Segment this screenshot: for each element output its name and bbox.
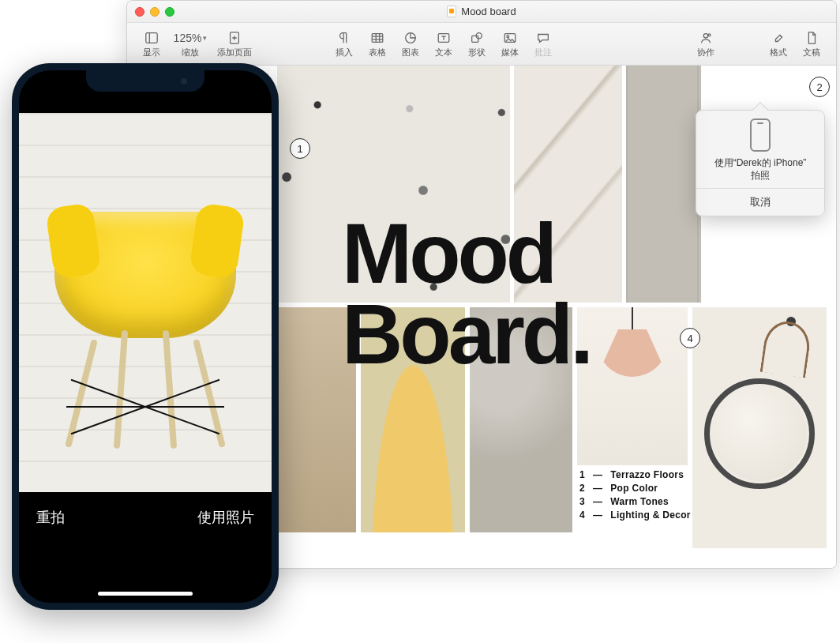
toolbar-text[interactable]: 文本 (427, 30, 460, 58)
camera-preview (19, 113, 272, 492)
image-lamp[interactable] (577, 307, 688, 465)
popover-body: 使用“Derek的 iPhone” 拍照 (696, 111, 824, 188)
toolbar-document[interactable]: 文稿 (795, 30, 828, 58)
callout-4: 4 (680, 328, 700, 348)
chevron-down-icon: ▾ (203, 34, 207, 42)
iphone-device: 重拍 使用照片 (12, 63, 279, 610)
popover-text-line1: 使用“Derek的 iPhone” (704, 156, 816, 169)
legend-label: Lighting & Decor (610, 510, 690, 521)
table-icon (369, 30, 386, 46)
iphone-screen: 重拍 使用照片 (19, 70, 272, 603)
callout-1: 1 (290, 138, 310, 159)
toolbar-media-label: 媒体 (501, 47, 519, 58)
window-controls (135, 7, 174, 17)
legend-label: Terrazzo Floors (610, 469, 684, 480)
legend-row: 3— Warm Tones (577, 496, 711, 507)
image-mirror[interactable] (692, 307, 827, 548)
document-title: Mood board (447, 6, 516, 17)
legend-row: 2— Pop Color (577, 483, 711, 494)
svg-rect-0 (146, 32, 157, 43)
toolbar-add-page-label: 添加页面 (217, 47, 252, 58)
toolbar-table[interactable]: 表格 (361, 30, 394, 58)
plus-page-icon (226, 30, 243, 46)
toolbar-format-label: 格式 (770, 47, 787, 58)
toolbar-zoom[interactable]: 125% ▾ 缩放 (168, 30, 212, 58)
comment-icon (534, 30, 552, 46)
toolbar-comment-label: 批注 (534, 47, 552, 58)
yellow-chair (47, 212, 244, 449)
toolbar-table-label: 表格 (369, 47, 386, 58)
toolbar-text-label: 文本 (435, 47, 452, 58)
toolbar-media[interactable]: 媒体 (493, 30, 527, 58)
svg-rect-12 (472, 36, 478, 42)
popover-cancel-button[interactable]: 取消 (696, 188, 824, 216)
svg-point-15 (507, 35, 509, 37)
camera-bottom-bar: 重拍 使用照片 (19, 492, 272, 603)
document-page-icon (803, 30, 820, 46)
iphone-notch (86, 70, 204, 92)
toolbar-shape-label: 形状 (468, 47, 486, 58)
headline-line2: Board. (342, 287, 591, 382)
svg-rect-5 (372, 33, 383, 42)
document-title-text: Mood board (461, 6, 516, 17)
close-window-button[interactable] (135, 7, 144, 17)
toolbar-zoom-label: 缩放 (182, 47, 199, 58)
continuity-camera-popover: 使用“Derek的 iPhone” 拍照 取消 (696, 110, 825, 216)
toolbar-document-label: 文稿 (803, 47, 820, 58)
toolbar-insert-label: 插入 (336, 47, 353, 58)
titlebar: Mood board (127, 1, 836, 23)
collaborate-icon (697, 30, 714, 46)
fullscreen-window-button[interactable] (165, 7, 174, 17)
legend: 1— Terrazzo Floors 2— Pop Color 3— Warm … (577, 469, 711, 523)
toolbar-view[interactable]: 显示 (135, 30, 168, 58)
chart-icon (402, 30, 419, 46)
callout-2: 2 (809, 77, 830, 97)
image-concrete[interactable] (626, 66, 701, 303)
format-brush-icon (770, 30, 787, 46)
toolbar-insert[interactable]: 插入 (328, 30, 361, 58)
svg-point-17 (708, 33, 711, 36)
iphone-outline-icon (750, 118, 771, 152)
toolbar-view-label: 显示 (143, 47, 160, 58)
toolbar-collaborate-label: 协作 (697, 47, 714, 58)
home-indicator[interactable] (98, 592, 193, 596)
toolbar-chart-label: 图表 (402, 47, 419, 58)
toolbar-shape[interactable]: 形状 (460, 30, 493, 58)
svg-point-16 (703, 33, 707, 37)
minimize-window-button[interactable] (150, 7, 159, 17)
popover-text-line2: 拍照 (704, 169, 816, 182)
zoom-value: 125% (174, 32, 202, 44)
retake-button[interactable]: 重拍 (36, 508, 65, 527)
legend-row: 4— Lighting & Decor (577, 510, 711, 521)
toolbar-chart[interactable]: 图表 (394, 30, 427, 58)
textbox-icon (435, 30, 452, 46)
toolbar-comment[interactable]: 批注 (527, 30, 560, 58)
document-icon (447, 6, 456, 17)
legend-label: Warm Tones (610, 496, 669, 507)
toolbar-add-page[interactable]: 添加页面 (212, 30, 257, 58)
sidebar-icon (143, 30, 160, 46)
paragraph-icon (336, 30, 353, 46)
toolbar-collaborate[interactable]: 协作 (689, 30, 722, 58)
toolbar: 显示 125% ▾ 缩放 添加页面 插入 表格 (127, 23, 836, 66)
toolbar-format[interactable]: 格式 (762, 30, 795, 58)
use-photo-button[interactable]: 使用照片 (197, 508, 254, 527)
legend-row: 1— Terrazzo Floors (577, 469, 711, 480)
legend-label: Pop Color (610, 483, 658, 494)
shape-icon (468, 30, 486, 46)
media-icon (501, 30, 519, 46)
headline-text[interactable]: Mood Board. (342, 214, 591, 374)
